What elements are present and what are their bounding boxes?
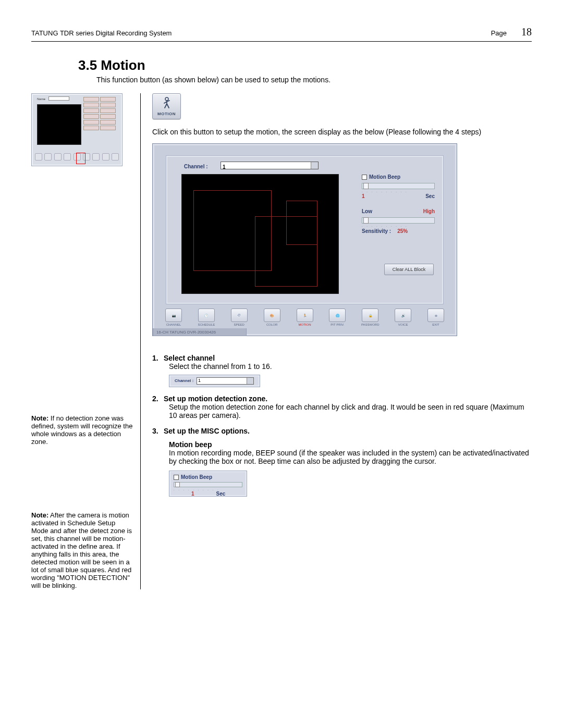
motion-beep-crop: Motion Beep . . . . . . . . . . 1Sec — [169, 471, 247, 497]
gauge-icon: ⏱ — [238, 314, 241, 317]
step-3: 3.Set up the MISC options. Motion beep I… — [152, 427, 532, 497]
page-label: Page — [491, 29, 507, 37]
toolbar-speed[interactable]: ⏱SPEED — [228, 309, 251, 326]
page-header: TATUNG TDR series Digital Recording Syst… — [31, 26, 532, 38]
slider-ticks: . . . . . . . . . . — [362, 190, 435, 193]
sidebar-note-1: Note: If no detection zone was defined, … — [31, 414, 134, 446]
bs-toolbar: 📷CHANNEL 🕒SCHEDULE ⏱SPEED 🎨COLOR 🏃MOTION… — [162, 306, 447, 326]
step-list: 1.Select channel Select the channel from… — [152, 354, 532, 497]
high-label: High — [423, 208, 435, 214]
speaker-icon: 🔊 — [401, 314, 405, 317]
step-body: Select the channel from 1 to 16. — [169, 362, 532, 371]
main-column: MOTION Click on this button to setup the… — [141, 93, 532, 589]
motion-icon — [160, 96, 174, 110]
palette-icon: 🎨 — [270, 314, 274, 317]
crop-channel-value: 1 — [197, 378, 253, 383]
close-icon: ⊗ — [435, 314, 437, 317]
page-number: 18 — [521, 26, 532, 38]
slider-knob[interactable] — [363, 183, 369, 189]
toolbar-color[interactable]: 🎨COLOR — [261, 309, 284, 326]
motion-beep-label: Motion Beep — [369, 174, 400, 180]
clock-icon: 🕒 — [204, 314, 208, 317]
motion-icon: 🏃 — [303, 314, 307, 317]
step-2: 2.Set up motion detection zone. Setup th… — [152, 394, 532, 419]
doc-title: TATUNG TDR series Digital Recording Syst… — [31, 29, 172, 37]
slider-knob[interactable] — [175, 482, 180, 487]
note-prefix: Note: — [31, 414, 48, 422]
header-rule — [31, 41, 532, 42]
sensitivity-value: 25% — [397, 228, 408, 234]
beep-sec-value: 1 — [362, 193, 365, 199]
step-title: Set up motion detection zone. — [164, 394, 267, 403]
left-margin-column: Name Note: If no detection zone was defi… — [31, 93, 141, 589]
crop-beep-slider[interactable] — [174, 482, 242, 487]
sensitivity-label: Sensitivity : — [362, 228, 391, 234]
bs-side-panel: Motion Beep . . . . . . . . . . 1Sec Low… — [362, 174, 435, 234]
sensitivity-slider[interactable] — [362, 217, 435, 224]
crop-sec-label: Sec — [216, 491, 226, 497]
toolbar-channel[interactable]: 📷CHANNEL — [162, 309, 185, 326]
bs-footer-text: 16-CH TATUNG DVR-20030426 — [153, 328, 247, 336]
lock-icon: 🔒 — [369, 314, 372, 317]
slider-knob[interactable] — [363, 217, 369, 224]
section-heading: 3.5 Motion — [78, 57, 532, 73]
beep-sec-label: Sec — [425, 193, 435, 199]
slider-ticks: . . . . . . . . . . — [362, 224, 435, 227]
thumb-name-dropdown — [48, 96, 69, 101]
crop-channel-label: Channel : — [175, 378, 193, 383]
crop-sec-value: 1 — [191, 491, 194, 497]
toolbar-schedule[interactable]: 🕒SCHEDULE — [195, 309, 218, 326]
step-title: Select channel — [164, 354, 215, 362]
sidebar-note-2: Note: After the camera is motion activat… — [31, 511, 134, 589]
thumb-video-preview — [37, 104, 81, 145]
step-number: 2. — [152, 394, 164, 403]
bs-channel-label: Channel : — [184, 164, 208, 169]
step-1: 1.Select channel Select the channel from… — [152, 354, 532, 387]
motion-zone[interactable] — [286, 201, 317, 245]
globe-icon: 🌐 — [336, 314, 339, 317]
toolbar-password[interactable]: 🔒PASSWORD — [359, 309, 382, 326]
bs-channel-dropdown[interactable]: 1 — [221, 162, 319, 169]
beep-time-slider[interactable] — [362, 183, 435, 189]
thumb-channel-buttons — [83, 97, 119, 130]
section-intro: This function button (as shown below) ca… — [96, 76, 532, 84]
motion-beep-checkbox[interactable] — [362, 175, 367, 180]
step-body: Setup the motion detection zone for each… — [169, 403, 532, 419]
chevron-down-icon — [311, 162, 318, 169]
step-subtitle: Motion beep — [169, 440, 532, 449]
bs-channel-value: 1 — [221, 164, 226, 170]
channel-dropdown-crop: Channel : 1 — [169, 375, 260, 387]
channel-icon: 📷 — [172, 314, 176, 317]
bs-video-zone-area[interactable] — [181, 174, 339, 294]
setup-thumbnail: Name — [31, 93, 123, 166]
crop-beep-checkbox[interactable] — [174, 475, 179, 480]
crop-beep-label: Motion Beep — [181, 474, 212, 480]
low-label: Low — [362, 208, 372, 214]
step-number: 1. — [152, 354, 164, 362]
thumb-name-label: Name — [37, 97, 45, 101]
toolbar-exit[interactable]: ⊗EXIT — [424, 309, 447, 326]
clear-all-block-button[interactable]: Clear ALL Block — [384, 264, 434, 275]
toolbar-pit-priv[interactable]: 🌐PIT PRIV. — [326, 309, 349, 326]
motion-button-label: MOTION — [157, 112, 176, 116]
step-body: In motion recording mode, BEEP sound (if… — [169, 449, 532, 465]
step-number: 3. — [152, 427, 164, 435]
step-title: Set up the MISC options. — [164, 427, 250, 435]
thumb-motion-highlight — [76, 153, 85, 164]
motion-dialog-screenshot: Channel : 1 Motion Beep . . . . . . . . … — [152, 143, 457, 336]
note-prefix: Note: — [31, 511, 48, 519]
click-instruction: Click on this button to setup the motion… — [152, 128, 532, 136]
toolbar-motion[interactable]: 🏃MOTION — [293, 309, 316, 326]
toolbar-voice[interactable]: 🔊VOICE — [391, 309, 414, 326]
note-text: After the camera is motion activated in … — [31, 511, 132, 589]
crop-channel-dropdown[interactable]: 1 — [197, 377, 254, 385]
chevron-down-icon — [247, 378, 253, 384]
motion-button[interactable]: MOTION — [152, 93, 181, 119]
